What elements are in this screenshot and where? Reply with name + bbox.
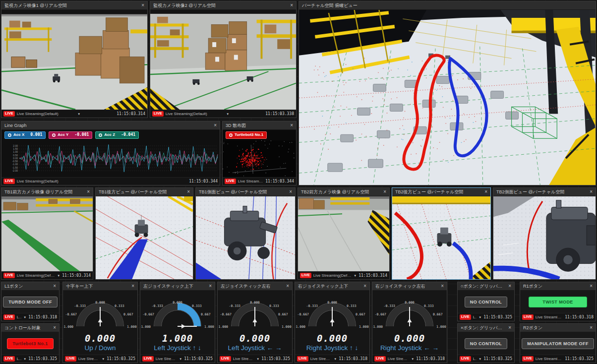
chevron-down-icon[interactable]: ▼	[57, 274, 60, 277]
chevron-down-icon[interactable]: ▼	[334, 358, 337, 361]
stream-selector[interactable]: Live Streaming(Default)	[536, 315, 563, 319]
visibility-icon	[52, 133, 56, 137]
close-icon[interactable]: ×	[590, 284, 593, 289]
panel-title: 左ジョイスティック左右	[221, 283, 284, 290]
stream-selector[interactable]: Live Streaming(Default)	[388, 357, 410, 361]
chevron-down-icon[interactable]: ▼	[354, 274, 357, 277]
panel-left-joystick-horizontal-gauge: 左ジョイスティック左右 × 0.000 -0.333 0.333 -0.667 …	[217, 282, 293, 363]
chevron-down-icon[interactable]: ▼	[23, 316, 26, 319]
panel-titlebar: Line Graph ×	[1, 121, 220, 130]
svg-text:-0.333: -0.333	[74, 304, 86, 308]
twist-mode-button[interactable]: TWIST MODE	[529, 297, 587, 307]
gripper-close-control-button[interactable]: NO CONTROL	[465, 338, 508, 349]
series-name: Turtlebot3 No.1	[235, 133, 263, 137]
legend-chip-acc-x[interactable]: Acc X 0.001	[4, 131, 46, 139]
stream-selector[interactable]: Live Streaming(Default)	[17, 179, 59, 183]
gauge-dial: 0.000 -0.333 0.333 -0.667 0.667 -1.000 1…	[217, 291, 293, 333]
panel-titlebar: ○ボタン: グリッパー開き ×	[458, 282, 514, 291]
visibility-icon	[8, 133, 11, 137]
live-badge: LIVE	[152, 111, 164, 116]
close-icon[interactable]: ×	[508, 325, 511, 330]
chevron-down-icon[interactable]: ▼	[77, 113, 80, 116]
panel-titlebar: TB2後方ビュー @バーチャル空間 ×	[392, 188, 490, 196]
panel-title: TB2側面ビュー @バーチャル空間	[496, 189, 588, 195]
svg-text:0.667: 0.667	[201, 312, 211, 316]
close-icon[interactable]: ×	[289, 189, 292, 194]
legend-chip-turtlebot3[interactable]: Turtlebot3 No.1	[226, 131, 267, 139]
close-icon[interactable]: ×	[187, 189, 190, 194]
close-icon[interactable]: ×	[214, 123, 217, 128]
manipulator-mode-button[interactable]: MANIPULATOR MODE OFF	[522, 338, 594, 349]
close-icon[interactable]: ×	[441, 284, 444, 289]
close-icon[interactable]: ×	[290, 3, 293, 8]
chevron-down-icon[interactable]: ▼	[102, 358, 105, 361]
chevron-down-icon[interactable]: ▼	[478, 358, 481, 361]
panel-title: 右ジョイスティック左右	[375, 283, 439, 290]
panel-titlebar: 監視カメラ映像2 @リアル空間 ×	[150, 1, 296, 10]
stream-selector[interactable]: Live Streaming(Default)	[310, 357, 332, 361]
stream-selector[interactable]: Live Streaming(Default)	[78, 357, 100, 361]
series-name: Acc Z	[104, 133, 115, 137]
close-icon[interactable]: ×	[53, 284, 56, 289]
stream-selector[interactable]: Live Streaming(Default)	[156, 357, 178, 361]
close-icon[interactable]: ×	[590, 189, 593, 194]
stream-selector[interactable]: Live Streaming(Default)	[238, 179, 264, 183]
close-icon[interactable]: ×	[131, 284, 134, 289]
live-badge: LIVE	[3, 356, 15, 361]
svg-text:-0.667: -0.667	[220, 312, 232, 316]
close-icon[interactable]: ×	[87, 189, 90, 194]
svg-text:0.000: 0.000	[173, 301, 182, 304]
gripper-open-control-button[interactable]: NO CONTROL	[465, 297, 508, 307]
close-icon[interactable]: ×	[290, 123, 293, 128]
timestamp: 11:15:03.338	[265, 112, 294, 116]
panel-title: TB2前方カメラ映像 @リアル空間	[301, 189, 381, 195]
control-target-button[interactable]: Turtlebot3 No.1	[7, 338, 53, 349]
timestamp: 11:15:03.325	[28, 357, 57, 361]
chevron-down-icon[interactable]: ▼	[226, 113, 229, 116]
chevron-down-icon[interactable]: ▼	[411, 358, 414, 361]
stream-selector[interactable]: Live Streaming(Default)	[166, 112, 207, 116]
stream-selector[interactable]: Live Streaming(Default)	[473, 357, 477, 361]
close-icon[interactable]: ×	[53, 325, 56, 330]
chevron-down-icon[interactable]: ▼	[478, 316, 481, 319]
close-icon[interactable]: ×	[383, 189, 386, 194]
close-icon[interactable]: ×	[484, 189, 487, 194]
point-cloud-scene	[223, 140, 296, 177]
stream-selector[interactable]: Live Streaming(Default)	[473, 315, 477, 319]
gauge-dial: 0.000 -0.333 0.333 -0.667 0.667 -1.000 1…	[372, 291, 447, 333]
close-icon[interactable]: ×	[363, 284, 366, 289]
stream-selector[interactable]: Live Streaming(Default)	[313, 273, 352, 278]
stream-selector[interactable]: Live Streaming(Default)	[17, 315, 22, 319]
svg-text:-0.667: -0.667	[143, 312, 155, 316]
panel-title: 3D 散布図	[226, 122, 288, 129]
panel-titlebar: コントロール対象 ×	[1, 324, 59, 332]
status-bar: LIVE Live Streaming(Default) ▼ 11:15:03.…	[1, 110, 147, 118]
status-bar: LIVE Live Streaming(Default) 11:15:03.34…	[223, 177, 296, 185]
close-icon[interactable]: ×	[590, 325, 593, 330]
close-icon[interactable]: ×	[508, 284, 511, 289]
chevron-down-icon[interactable]: ▼	[256, 358, 259, 361]
turbo-mode-button[interactable]: TURBO MODE OFF	[3, 297, 58, 307]
chevron-down-icon[interactable]: ▼	[179, 358, 182, 361]
chevron-down-icon[interactable]: ▼	[23, 358, 26, 361]
stream-selector[interactable]: Live Streaming(Default)	[17, 273, 56, 278]
svg-text:-0.333: -0.333	[306, 304, 318, 308]
panel-titlebar: TB1側面ビュー @バーチャル空間 ×	[196, 188, 295, 196]
stream-selector[interactable]: Live Streaming(Default)	[17, 357, 22, 361]
legend-chip-acc-y[interactable]: Acc Y -0.001	[49, 131, 92, 139]
close-icon[interactable]: ×	[209, 284, 212, 289]
series-value: -0.041	[121, 133, 135, 137]
svg-text:1.000: 1.000	[436, 325, 446, 329]
line-chart: 2.001.501.000.500.00-0.50-1.00-1.50-2.00	[1, 140, 220, 177]
close-icon[interactable]: ×	[141, 3, 144, 8]
gauge-value: 0.000	[394, 333, 425, 344]
close-icon[interactable]: ×	[286, 284, 289, 289]
panel-tb1-front-camera: TB1前方カメラ映像 @リアル空間 × LIVE Live Streaming(…	[1, 187, 93, 280]
stream-selector[interactable]: Live Streaming(Default)	[17, 112, 59, 116]
stream-selector[interactable]: Live Streaming(Default)	[536, 357, 563, 361]
panel-title: TB1前方カメラ映像 @リアル空間	[4, 189, 85, 195]
panel-r1-button: R1ボタン × TWIST MODE LIVE Live Streaming(D…	[520, 282, 596, 321]
status-bar: LIVE Live Streaming(Default) ▼ 11:15:03.…	[458, 313, 514, 321]
legend-chip-acc-z[interactable]: Acc Z -0.041	[95, 131, 139, 139]
stream-selector[interactable]: Live Streaming(Default)	[233, 357, 255, 361]
